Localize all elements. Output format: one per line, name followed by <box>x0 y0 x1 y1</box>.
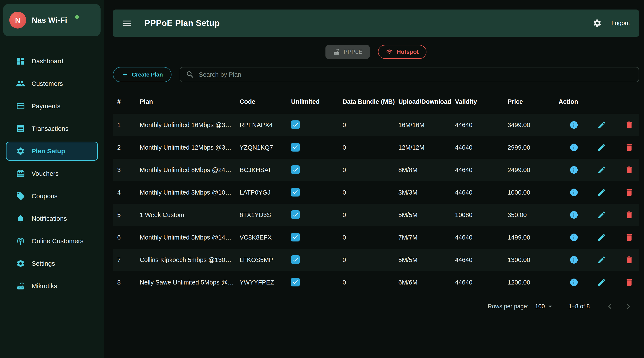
sidebar-item-dashboard[interactable]: Dashboard <box>6 52 98 71</box>
bell-icon <box>16 214 25 223</box>
data-bundle: 0 <box>342 189 398 196</box>
edit-icon[interactable] <box>597 143 606 152</box>
avatar-letter: N <box>15 16 20 24</box>
edit-icon[interactable] <box>597 188 606 197</box>
people-icon <box>16 79 25 88</box>
sidebar-item-notifications[interactable]: Notifications <box>6 209 98 228</box>
validity: 44640 <box>455 279 508 286</box>
unlimited-cell <box>291 210 342 220</box>
unlimited-checkbox[interactable] <box>291 233 300 242</box>
sidebar-item-settings[interactable]: Settings <box>6 254 98 273</box>
unlimited-checkbox[interactable] <box>291 255 300 264</box>
sidebar-item-coupons[interactable]: Coupons <box>6 186 98 206</box>
plan-name: Monthly Unlimited 3Mbps @10… <box>140 189 240 196</box>
unlimited-cell <box>291 143 342 152</box>
receipt-icon <box>16 124 25 133</box>
unlimited-checkbox[interactable] <box>291 143 300 152</box>
rows-per-page-label: Rows per page: <box>488 303 528 310</box>
pppoe-tab[interactable]: PPPoE <box>326 45 370 59</box>
sidebar-item-plan-setup[interactable]: Plan Setup <box>6 142 98 160</box>
info-icon[interactable] <box>570 166 578 174</box>
pagination: Rows per page: 100 1–8 of 8 <box>113 301 639 311</box>
sidebar-item-vouchers[interactable]: Vouchers <box>6 164 98 183</box>
column-header: Data Bundle (MB) <box>342 98 398 105</box>
info-icon[interactable] <box>570 233 578 242</box>
router-icon <box>16 282 25 290</box>
sidebar-item-transactions[interactable]: Transactions <box>6 119 98 138</box>
gear-icon[interactable] <box>593 18 602 28</box>
search-icon <box>186 70 194 79</box>
sidebar-item-label: Vouchers <box>32 170 58 177</box>
search-input[interactable] <box>199 71 633 78</box>
unlimited-cell <box>291 278 342 287</box>
edit-icon[interactable] <box>597 255 606 264</box>
unlimited-cell <box>291 120 342 130</box>
price: 1000.00 <box>508 189 558 196</box>
info-icon[interactable] <box>570 255 578 264</box>
rows-per-page-value: 100 <box>535 303 545 310</box>
plan-name: 1 Week Custom <box>140 212 240 218</box>
avatar: N <box>9 12 26 28</box>
plan-code: 6TX1YD3S <box>240 212 291 218</box>
delete-icon[interactable] <box>625 255 634 264</box>
unlimited-checkbox[interactable] <box>291 120 300 129</box>
info-icon[interactable] <box>570 120 578 130</box>
hotspot-tab[interactable]: Hotspot <box>378 45 426 59</box>
menu-icon[interactable] <box>122 18 132 28</box>
info-icon[interactable] <box>570 210 578 220</box>
edit-icon[interactable] <box>597 120 606 130</box>
upload-download: 6M/6M <box>398 279 455 286</box>
price: 3499.00 <box>508 122 558 129</box>
rows-per-page-select[interactable]: 100 <box>535 302 555 311</box>
table-body: 1Monthly Unlimited 16Mbps @3…RPFNAPX4016… <box>113 114 639 294</box>
delete-icon[interactable] <box>625 143 634 152</box>
create-plan-button[interactable]: Create Plan <box>113 67 172 82</box>
delete-icon[interactable] <box>625 278 634 287</box>
data-bundle: 0 <box>342 234 398 241</box>
row-number: 6 <box>117 234 140 241</box>
delete-icon[interactable] <box>625 188 634 197</box>
prev-page-button[interactable] <box>605 301 615 311</box>
row-number: 5 <box>117 212 140 218</box>
hotspot-tab-label: Hotspot <box>396 49 419 55</box>
actions-cell <box>558 120 639 130</box>
brand-card: N Nas Wi-Fi <box>3 4 100 36</box>
delete-icon[interactable] <box>625 210 634 220</box>
unlimited-checkbox[interactable] <box>291 166 300 174</box>
validity: 10080 <box>455 212 508 218</box>
delete-icon[interactable] <box>625 233 634 242</box>
info-icon[interactable] <box>570 188 578 197</box>
delete-icon[interactable] <box>625 166 634 174</box>
info-icon[interactable] <box>570 278 578 287</box>
price: 1499.00 <box>508 234 558 241</box>
mode-toggle: PPPoE Hotspot <box>113 45 639 59</box>
sidebar-item-mikrotiks[interactable]: Mikrotiks <box>6 276 98 296</box>
info-icon[interactable] <box>570 143 578 152</box>
unlimited-checkbox[interactable] <box>291 210 300 219</box>
actions-cell <box>558 278 639 287</box>
edit-icon[interactable] <box>597 210 606 220</box>
logout-button[interactable]: Logout <box>611 20 630 26</box>
sidebar-item-payments[interactable]: Payments <box>6 97 98 116</box>
column-header: Upload/Download <box>398 98 455 105</box>
sidebar-item-online-customers[interactable]: Online Customers <box>6 232 98 250</box>
wifi-icon <box>386 48 393 56</box>
upload-download: 8M/8M <box>398 166 455 174</box>
sidebar-item-customers[interactable]: Customers <box>6 74 98 93</box>
unlimited-checkbox[interactable] <box>291 278 300 286</box>
broadcast-icon <box>16 236 25 246</box>
plan-name: Monthly Unlimited 5Mbps @14… <box>140 234 240 241</box>
unlimited-checkbox[interactable] <box>291 188 300 196</box>
validity: 44640 <box>455 122 508 129</box>
sidebar-item-label: Payments <box>32 102 60 110</box>
plan-code: YWYYFPEZ <box>240 279 291 286</box>
edit-icon[interactable] <box>597 166 606 174</box>
next-page-button[interactable] <box>624 301 634 311</box>
edit-icon[interactable] <box>597 233 606 242</box>
column-header: Price <box>508 98 558 105</box>
upload-download: 5M/5M <box>398 256 455 264</box>
delete-icon[interactable] <box>625 120 634 130</box>
edit-icon[interactable] <box>597 278 606 287</box>
row-number: 3 <box>117 166 140 174</box>
sidebar-nav: DashboardCustomersPaymentsTransactionsPl… <box>3 52 100 299</box>
